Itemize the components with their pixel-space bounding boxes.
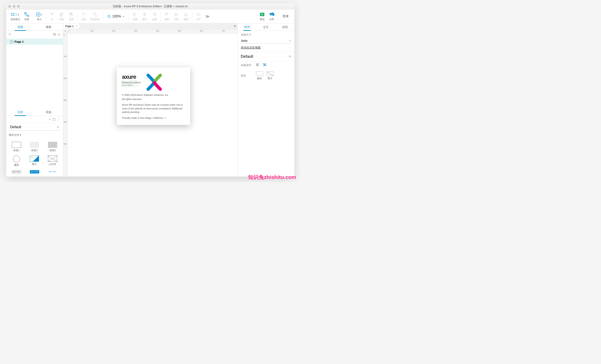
separator xyxy=(78,12,78,21)
svg-rect-2 xyxy=(25,12,26,14)
widget-rect1[interactable]: 矩形1 xyxy=(8,140,25,153)
svg-point-6 xyxy=(50,13,51,14)
library-icon[interactable] xyxy=(52,118,55,121)
svg-rect-3 xyxy=(27,15,29,16)
connect-button[interactable]: 连接 xyxy=(22,11,31,22)
svg-rect-13 xyxy=(83,13,84,15)
canvas-row: 0 100 200 300 400 500 axure Enterprise E… xyxy=(63,33,237,177)
svg-rect-15 xyxy=(95,14,97,16)
widget-image[interactable]: 图片 xyxy=(26,154,43,168)
align-bottom-button: 底部 xyxy=(181,11,191,22)
tab-pages[interactable]: 页面 xyxy=(6,23,35,31)
select-mode-button[interactable]: 选择模式 xyxy=(9,11,22,22)
edit-style-icon[interactable]: ✎ xyxy=(289,55,291,58)
canvas-tabs: Page 1 × ▾ xyxy=(63,23,237,29)
axure-x-icon xyxy=(145,74,163,91)
point-button: 点 xyxy=(47,11,57,22)
separator xyxy=(160,12,160,21)
axure-logo: axure xyxy=(122,74,141,80)
chevron-icon: ⇅ xyxy=(289,39,291,42)
library-select[interactable]: Default ⇅ xyxy=(8,124,61,131)
right-panel: 样式 交互 说明 页面尺寸 Auto ⇅ 添加自适应视图 Default ✎ 页… xyxy=(237,23,294,177)
ruler-vertical[interactable]: 0 100 200 300 400 500 xyxy=(63,33,68,177)
add-library-icon[interactable]: + xyxy=(49,117,50,121)
zoom-control[interactable]: 100% xyxy=(105,14,127,18)
fill-image[interactable]: 图片 xyxy=(267,72,274,80)
page-align-left[interactable] xyxy=(256,64,260,67)
tab-widgets[interactable]: 元件 xyxy=(6,108,35,116)
page-search-input[interactable] xyxy=(13,33,51,36)
about-dialog: axure Enterprise Edition 9.0.0.3677 Mac宇… xyxy=(117,67,190,125)
tab-style[interactable]: 样式 xyxy=(238,23,257,31)
page-size-select[interactable]: Auto ⇅ xyxy=(241,38,291,44)
svg-rect-0 xyxy=(11,13,14,16)
chevron-icon: ⇅ xyxy=(57,126,59,129)
widget-grid: 矩形1 矩形2 矩形3 圆形 图片 占位符 BUTTON BUTTON BUTT… xyxy=(6,139,63,177)
canvas[interactable]: axure Enterprise Edition 9.0.0.3677 Mac宇… xyxy=(68,33,237,177)
separator xyxy=(33,12,33,21)
canvas-tab-page1[interactable]: Page 1 × xyxy=(63,23,80,29)
page-watermark: 知识兔zhishitu.com xyxy=(248,174,296,181)
maximize-icon[interactable] xyxy=(17,5,20,8)
svg-rect-10 xyxy=(70,13,72,15)
widget-button3[interactable]: BUTTON xyxy=(44,169,61,175)
widget-search-row: + ⋮ xyxy=(6,116,63,123)
page-tree-item[interactable]: ≡ Page 1 xyxy=(6,39,63,45)
widget-search-input[interactable] xyxy=(10,118,47,121)
search-icon xyxy=(107,15,111,18)
ruler-origin[interactable]: ✦ xyxy=(63,29,68,33)
svg-point-7 xyxy=(53,13,54,14)
widget-rect2[interactable]: 矩形2 xyxy=(26,140,43,153)
window-title: 无标题 - Axure RP 9 Enterprise Edition : 已授… xyxy=(6,4,294,8)
close-tab-icon[interactable]: × xyxy=(76,25,77,28)
widget-circle[interactable]: 圆形 xyxy=(8,154,25,168)
ruler-horizontal[interactable]: 0 100 200 300 400 500 600 700 xyxy=(68,29,237,33)
svg-rect-17 xyxy=(134,13,136,14)
minimize-icon[interactable] xyxy=(13,5,15,8)
send-back-button: 底层 xyxy=(67,11,76,22)
login-button[interactable]: 登录 xyxy=(280,14,292,18)
svg-rect-14 xyxy=(93,13,95,14)
widget-rect3[interactable]: 矩形3 xyxy=(44,140,61,153)
widget-placeholder[interactable]: 占位符 xyxy=(44,154,61,168)
add-folder-icon[interactable] xyxy=(58,33,61,36)
basic-widgets-section[interactable]: 基本元件 ▾ xyxy=(6,132,63,139)
svg-rect-23 xyxy=(165,13,166,16)
tab-outline[interactable]: 概要 xyxy=(35,23,63,31)
svg-rect-22 xyxy=(154,15,155,16)
add-page-icon[interactable]: ⊞ xyxy=(53,32,56,36)
tab-interactions[interactable]: 交互 xyxy=(257,23,275,31)
style-default[interactable]: Default ✎ xyxy=(238,52,294,61)
separator xyxy=(103,12,103,21)
bring-front-button: 顶层 xyxy=(57,11,67,22)
svg-rect-9 xyxy=(60,14,62,16)
tab-masters[interactable]: 母版 xyxy=(35,108,63,116)
main-toolbar: 选择模式 连接 插入 点 顶层 底层 组合 取消组合 100% xyxy=(6,10,294,23)
svg-rect-28 xyxy=(186,14,187,16)
svg-rect-33 xyxy=(53,119,55,121)
preview-button[interactable]: 预览 xyxy=(257,11,267,22)
fill-color[interactable]: 颜色 xyxy=(256,72,263,80)
close-icon[interactable] xyxy=(8,5,11,8)
svg-rect-21 xyxy=(153,13,155,14)
widget-button1[interactable]: BUTTON xyxy=(8,169,25,175)
page-align-row: 页面排列 xyxy=(238,61,294,69)
widget-button2[interactable]: BUTTON xyxy=(26,169,43,175)
content-area: 页面 概要 ⊞ ≡ Page 1 元件 母版 xyxy=(6,23,294,177)
svg-point-31 xyxy=(9,33,10,35)
tab-dropdown[interactable]: ▾ xyxy=(232,23,237,29)
chevron-down-icon xyxy=(122,15,125,18)
align-middle-button: 中部 xyxy=(171,11,181,22)
add-adaptive-link[interactable]: 添加自适应视图 xyxy=(241,46,261,50)
more-icon[interactable]: ⋮ xyxy=(57,117,61,121)
page-search-row: ⊞ xyxy=(6,31,63,38)
page-tree: ≡ Page 1 xyxy=(6,38,63,46)
distribute-h-button: 水平 xyxy=(194,11,203,22)
page-align-center[interactable] xyxy=(263,64,267,67)
align-right-button: 右侧 xyxy=(149,11,159,22)
overflow-button[interactable]: ≫ xyxy=(203,14,212,19)
tab-notes[interactable]: 说明 xyxy=(276,23,294,31)
share-button[interactable]: 共享 xyxy=(267,11,277,22)
insert-button[interactable]: 插入 xyxy=(34,11,44,22)
svg-rect-18 xyxy=(134,15,135,16)
